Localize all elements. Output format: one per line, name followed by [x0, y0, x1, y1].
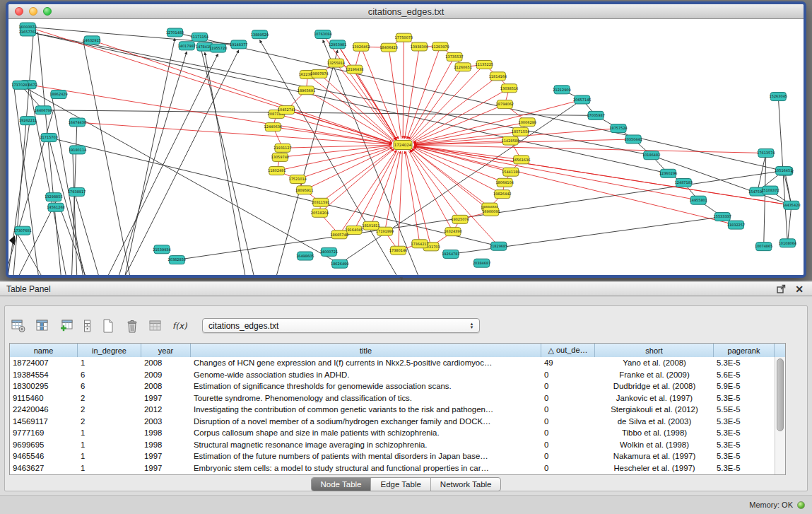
graph-edge[interactable]: [414, 146, 511, 172]
table-row[interactable]: 969969511998Structural magnetic resonanc…: [10, 439, 785, 451]
graph-node[interactable]: 10186482: [642, 151, 660, 160]
function-builder-icon[interactable]: f(x): [171, 318, 189, 334]
add-column-icon[interactable]: [58, 318, 76, 334]
panel-divider-handle[interactable]: ▾: [400, 275, 404, 282]
graph-node[interactable]: 17750073: [395, 33, 413, 42]
graph-node[interactable]: 13059748: [271, 153, 289, 161]
table-settings-icon[interactable]: [10, 318, 28, 334]
column-header[interactable]: title: [191, 344, 541, 357]
graph-edge[interactable]: [77, 122, 392, 144]
graph-edge[interactable]: [403, 37, 404, 139]
column-header[interactable]: △ out_de…: [541, 344, 595, 357]
graph-node[interactable]: 17005987: [587, 111, 604, 119]
graph-edge[interactable]: [406, 151, 431, 247]
table-row[interactable]: 1830029562008Estimation of significance …: [10, 380, 785, 392]
graph-node[interactable]: 18064104: [495, 178, 513, 187]
graph-node[interactable]: 19897874: [310, 69, 328, 78]
graph-node[interactable]: 16324390: [444, 228, 461, 236]
graph-node[interactable]: 11293979: [431, 42, 449, 51]
graph-node[interactable]: 20518204: [311, 209, 329, 217]
graph-node[interactable]: 13938306: [411, 42, 428, 51]
graph-node[interactable]: 14955801: [690, 196, 707, 204]
graph-node[interactable]: 11802491: [268, 167, 286, 175]
window-titlebar[interactable]: citations_edges.txt: [8, 4, 804, 19]
table-row[interactable]: 2242004622012Investigating the contribut…: [10, 404, 785, 416]
graph-edge[interactable]: [412, 76, 498, 141]
graph-edge[interactable]: [74, 192, 105, 275]
graph-node[interactable]: 14561268: [47, 203, 64, 211]
graph-node[interactable]: 10763084: [314, 30, 331, 38]
memory-status-indicator[interactable]: [797, 501, 805, 509]
graph-node[interactable]: 19180114: [69, 146, 86, 154]
table-row[interactable]: 946554611997Estimation of the future num…: [10, 450, 785, 462]
graph-node[interactable]: 19148377: [230, 40, 247, 49]
graph-node[interactable]: 19826442: [493, 190, 511, 199]
graph-node[interactable]: 18794062: [496, 100, 514, 109]
graph-edge[interactable]: [319, 149, 394, 214]
graph-node[interactable]: 13926462: [352, 42, 370, 51]
graph-edge[interactable]: [37, 32, 61, 275]
graph-edge[interactable]: [361, 47, 399, 139]
graph-node[interactable]: 15441180: [502, 168, 519, 176]
graph-edge[interactable]: [60, 207, 89, 275]
graph-node[interactable]: 18626499: [331, 259, 348, 268]
graph-edge[interactable]: [414, 145, 766, 153]
graph-edge[interactable]: [16, 230, 47, 275]
select-columns-icon[interactable]: [34, 318, 52, 334]
graph-node[interactable]: 10516451: [775, 166, 792, 175]
column-header[interactable]: pagerank: [714, 344, 775, 357]
table-row[interactable]: 1938455462009Genome-wide association stu…: [10, 369, 785, 381]
column-header[interactable]: name: [10, 344, 78, 357]
graph-edge[interactable]: [413, 148, 502, 194]
table-row[interactable]: 946362711997Embryonic stem cells: a mode…: [10, 462, 785, 474]
graph-node[interactable]: 18862429: [49, 90, 67, 99]
graph-node[interactable]: 18665748: [330, 230, 348, 239]
graph-node[interactable]: 11171154: [191, 33, 208, 41]
graph-edge[interactable]: [276, 114, 392, 143]
graph-edge[interactable]: [413, 147, 505, 182]
graph-node[interactable]: 10452741: [278, 105, 295, 114]
graph-node[interactable]: 11832257: [727, 221, 745, 229]
graph-edge[interactable]: [199, 42, 257, 275]
graph-edge[interactable]: [411, 64, 484, 140]
graph-node[interactable]: 21539934: [153, 245, 170, 254]
graph-node[interactable]: 18965691: [298, 86, 315, 95]
graph-node[interactable]: 19242211: [19, 117, 37, 125]
graph-edge[interactable]: [785, 171, 792, 205]
graph-node[interactable]: 16900091: [482, 207, 500, 216]
table-row[interactable]: 1456911722003Disruption of a novel membe…: [10, 416, 785, 428]
graph-node[interactable]: 21829685: [490, 242, 507, 250]
graph-node[interactable]: 12487183: [675, 179, 693, 187]
graph-edge[interactable]: [414, 146, 522, 160]
minimize-window-button[interactable]: [29, 7, 37, 16]
network-canvas[interactable]: 1142858916561636154411801806410419826442…: [8, 19, 804, 275]
graph-edge[interactable]: [28, 85, 392, 144]
graph-node[interactable]: 19325074: [451, 215, 469, 223]
graph-node[interactable]: 1724024: [394, 141, 412, 150]
graph-node[interactable]: 14000721: [320, 247, 338, 256]
graph-node[interactable]: 20350441: [624, 135, 642, 144]
graph-node[interactable]: 10006299: [518, 118, 536, 127]
graph-edge[interactable]: [410, 150, 460, 219]
table-row[interactable]: 1872400712008Changes of HCN gene express…: [10, 357, 785, 369]
graph-node[interactable]: 18757524: [609, 124, 627, 133]
graph-node[interactable]: 18406423: [379, 43, 397, 52]
graph-node[interactable]: 21715703: [40, 134, 57, 142]
graph-node[interactable]: 21260651: [454, 63, 471, 71]
graph-node[interactable]: 19264781: [442, 250, 459, 258]
new-table-icon[interactable]: [99, 318, 117, 334]
column-header[interactable]: in_degree: [78, 344, 141, 357]
graph-node[interactable]: 10074865: [755, 243, 772, 251]
graph-node[interactable]: 14017987: [178, 42, 196, 50]
graph-edge[interactable]: [115, 52, 187, 275]
graph-edge[interactable]: [92, 40, 392, 143]
scrollbar-thumb[interactable]: [777, 358, 784, 431]
graph-edge[interactable]: [73, 150, 77, 275]
graph-node[interactable]: 20384687: [473, 259, 490, 267]
graph-node[interactable]: 13298855: [45, 193, 62, 201]
close-panel-icon[interactable]: ✕: [795, 284, 804, 294]
graph-node[interactable]: 16474430: [69, 118, 86, 127]
graph-edge[interactable]: [273, 127, 392, 144]
graph-node[interactable]: 14632915: [83, 36, 100, 45]
graph-node[interactable]: 14406799: [35, 106, 52, 115]
